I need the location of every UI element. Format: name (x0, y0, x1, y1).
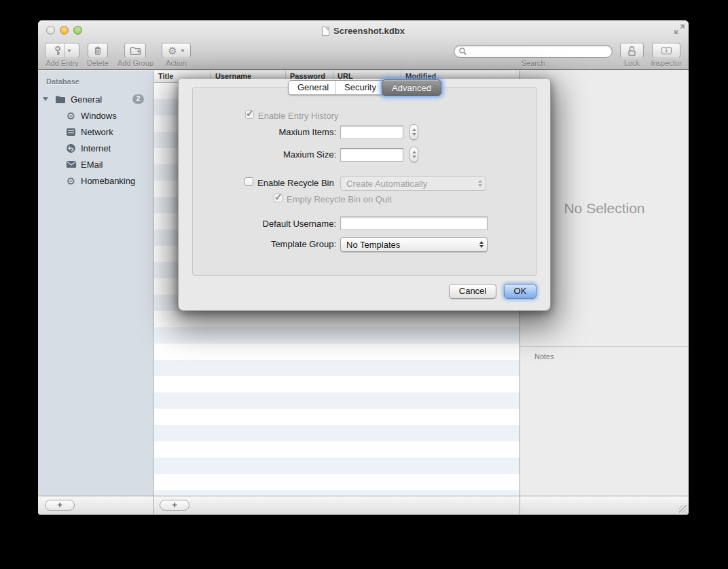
lock-open-icon (627, 45, 637, 56)
add-group-plus-button[interactable]: + (45, 500, 75, 511)
max-items-field[interactable] (340, 126, 403, 139)
recycle-bin-mode-value: Create Automatically (346, 179, 427, 189)
max-size-stepper[interactable] (410, 147, 418, 162)
enable-recycle-bin-checkbox[interactable] (244, 177, 253, 186)
max-items-label: Maxium Items: (219, 127, 336, 137)
action-label: Action (160, 59, 192, 67)
disclosure-triangle-icon[interactable] (43, 97, 48, 101)
popup-arrows-icon (479, 238, 484, 251)
gear-icon: ⚙ (65, 110, 77, 122)
settings-tab-bar: General Security Advanced (288, 80, 441, 95)
enable-entry-history-checkbox[interactable] (245, 110, 254, 119)
enable-entry-history-label: Enable Entry History (258, 111, 339, 121)
sidebar-item-label: Homebanking (81, 176, 135, 186)
max-size-label: Maxium Size: (219, 149, 336, 160)
sidebar-item-general[interactable]: General 2 (38, 91, 153, 107)
recycle-bin-mode-popup[interactable]: Create Automatically (340, 176, 486, 191)
sidebar-item-network[interactable]: Network (38, 124, 153, 140)
sidebar-item-label: General (71, 94, 102, 105)
server-icon (65, 126, 77, 138)
sidebar-item-label: Network (81, 127, 113, 137)
cancel-button[interactable]: Cancel (449, 284, 496, 299)
info-icon: i (661, 47, 672, 54)
add-entry-plus-button[interactable]: + (160, 500, 189, 511)
search-input[interactable] (454, 45, 613, 58)
sidebar: Database General 2 ⚙ Windows N (38, 71, 153, 496)
tab-advanced[interactable]: Advanced (382, 79, 441, 96)
add-entry-label: Add Entry (39, 59, 85, 67)
enable-recycle-bin-label: Enable Recycle Bin (257, 178, 334, 188)
lock-label: Lock (617, 59, 647, 67)
inspector-label: Inspector (647, 59, 686, 67)
trash-icon (93, 45, 103, 56)
ok-button[interactable]: OK (504, 284, 536, 299)
empty-recycle-bin-label: Empty Recycle Bin on Quit (287, 194, 392, 204)
sidebar-item-label: EMail (81, 160, 103, 170)
sidebar-item-email[interactable]: EMail (38, 156, 153, 172)
globe-arrow-icon (65, 143, 77, 154)
desktop: { "colors": { "accent_blue": "#4a86d8", … (0, 0, 728, 569)
window-chrome: Screenshot.kdbx Add Entry (38, 20, 689, 70)
add-group-label: Add Group (113, 59, 158, 67)
folder-add-icon (130, 46, 141, 56)
lock-button[interactable] (620, 43, 644, 58)
database-settings-dialog: General Security Advanced Enable Entry H… (178, 79, 551, 311)
resize-grip[interactable] (679, 505, 687, 513)
sidebar-item-label: Internet (81, 143, 111, 153)
template-group-popup[interactable]: No Templates (340, 237, 488, 252)
max-size-field[interactable] (340, 148, 403, 162)
stepper-down-icon (412, 155, 416, 158)
popup-arrows-icon (478, 177, 482, 190)
fullscreen-icon[interactable] (674, 24, 685, 34)
add-group-button[interactable] (124, 43, 146, 58)
sidebar-item-windows[interactable]: ⚙ Windows (38, 107, 153, 124)
envelope-icon (65, 159, 77, 170)
add-entry-button[interactable] (45, 43, 79, 58)
template-group-label: Template Group: (219, 239, 336, 249)
key-icon (53, 45, 62, 56)
titlebar: Screenshot.kdbx (38, 25, 689, 37)
delete-button[interactable] (88, 43, 108, 58)
notes-label: Notes (534, 352, 554, 361)
default-username-label: Default Username: (219, 219, 336, 229)
gear-icon: ⚙ (168, 45, 177, 56)
stepper-down-icon (412, 133, 416, 136)
count-badge: 2 (132, 94, 144, 104)
chevron-down-icon (181, 50, 185, 52)
inspector-button[interactable]: i (652, 43, 680, 58)
default-username-field[interactable] (340, 217, 488, 230)
search-label: Search (454, 59, 613, 67)
max-items-stepper[interactable] (410, 124, 418, 140)
sidebar-item-homebanking[interactable]: ⚙ Homebanking (38, 172, 153, 189)
tab-security[interactable]: Security (335, 81, 382, 94)
bottom-bar: + + (38, 496, 689, 515)
app-window: Screenshot.kdbx Add Entry (38, 20, 689, 515)
tab-general[interactable]: General (289, 81, 335, 94)
template-group-value: No Templates (346, 240, 400, 250)
folder-icon (54, 94, 66, 105)
stepper-up-icon (412, 151, 416, 153)
window-title: Screenshot.kdbx (333, 26, 405, 36)
delete-label: Delete (83, 59, 113, 67)
sidebar-item-internet[interactable]: Internet (38, 140, 153, 156)
action-button[interactable]: ⚙ (162, 43, 191, 58)
search-icon (458, 47, 467, 56)
empty-recycle-bin-checkbox[interactable] (274, 194, 283, 202)
sidebar-item-label: Windows (81, 111, 117, 121)
sidebar-section-header: Database (46, 77, 79, 86)
gear-icon: ⚙ (65, 175, 77, 187)
stepper-up-icon (412, 128, 416, 131)
chevron-down-icon (67, 50, 71, 52)
document-icon (322, 26, 329, 36)
